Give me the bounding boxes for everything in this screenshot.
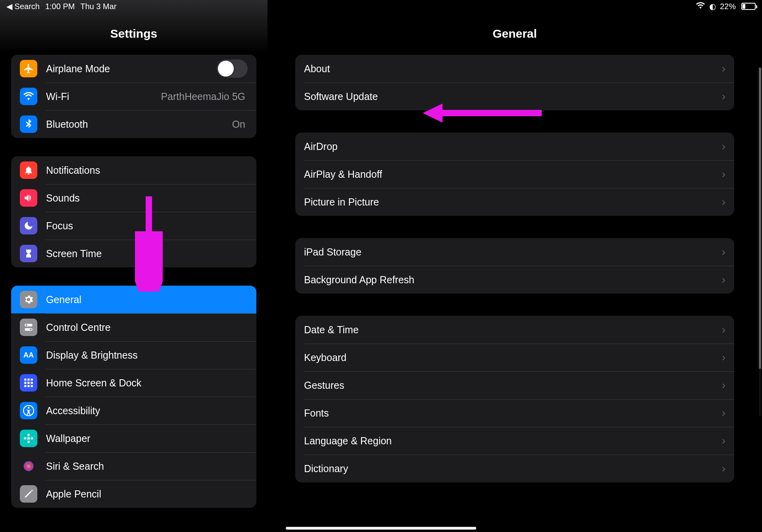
detail-item-background-app-refresh[interactable]: Background App Refresh› (295, 266, 734, 294)
sidebar-item-label: Focus (46, 220, 248, 232)
sidebar-item-value: ParthHeemaJio 5G (161, 91, 245, 102)
svg-rect-4 (24, 378, 26, 380)
sidebar-item-wifi[interactable]: Wi-FiParthHeemaJio 5G (11, 83, 256, 110)
do-not-disturb-icon: ◐ (709, 2, 716, 11)
chevron-left-icon: ◀ (6, 2, 12, 11)
detail-item-date-time[interactable]: Date & Time› (295, 316, 734, 344)
detail-group: AirDrop›AirPlay & Handoff›Picture in Pic… (295, 133, 734, 216)
detail-item-software-update[interactable]: Software Update› (295, 83, 734, 110)
detail-group: About›Software Update› (295, 55, 734, 110)
sidebar-item-siri-search[interactable]: Siri & Search (11, 452, 256, 480)
detail-item-language-region[interactable]: Language & Region› (295, 427, 734, 455)
chevron-right-icon: › (722, 434, 725, 447)
sidebar-item-label: Sounds (46, 192, 248, 204)
detail-group: Date & Time›Keyboard›Gestures›Fonts›Lang… (295, 316, 734, 482)
detail-title: General (267, 16, 762, 55)
sidebar-item-home-screen-dock[interactable]: Home Screen & Dock (11, 369, 256, 397)
svg-point-20 (24, 461, 34, 471)
sidebar-group: Airplane ModeWi-FiParthHeemaJio 5GBlueto… (11, 55, 256, 138)
chevron-right-icon: › (722, 90, 725, 103)
detail-item-label: AirPlay & Handoff (304, 169, 722, 180)
sidebar-item-label: Wi-Fi (46, 91, 161, 102)
sidebar-item-label: Home Screen & Dock (46, 377, 248, 389)
svg-rect-11 (27, 385, 29, 387)
battery-icon (740, 3, 756, 10)
detail-item-label: Dictionary (304, 463, 722, 474)
wifi-status-icon (696, 2, 705, 11)
detail-item-fonts[interactable]: Fonts› (295, 399, 734, 427)
battery-percent: 22% (720, 2, 736, 11)
status-time: 1:00 PM (45, 2, 75, 11)
chevron-right-icon: › (722, 168, 725, 181)
speaker-icon (20, 189, 37, 207)
sidebar-item-label: Bluetooth (46, 119, 232, 130)
sidebar-item-general[interactable]: General (11, 286, 256, 313)
grid-icon (20, 374, 37, 392)
sidebar-item-notifications[interactable]: Notifications (11, 156, 256, 184)
detail-item-airplay-handoff[interactable]: AirPlay & Handoff› (295, 160, 734, 188)
svg-point-14 (28, 407, 30, 409)
status-bar: ◀ Search 1:00 PM Thu 3 Mar ◐ 22% (0, 0, 762, 13)
svg-rect-12 (31, 385, 33, 387)
detail-item-label: Language & Region (304, 435, 722, 447)
detail-item-label: Date & Time (304, 324, 722, 336)
sidebar-item-label: Accessibility (46, 405, 248, 417)
sidebar-title: Settings (0, 16, 267, 55)
scrollbar[interactable] (759, 67, 761, 417)
chevron-right-icon: › (722, 323, 725, 336)
sidebar-item-control-centre[interactable]: Control Centre (11, 313, 256, 341)
sidebar-item-screen-time[interactable]: Screen Time (11, 240, 256, 267)
text-size-icon: AA (20, 346, 37, 364)
sidebar-item-label: Control Centre (46, 322, 248, 333)
svg-rect-5 (27, 378, 29, 380)
chevron-right-icon: › (722, 351, 725, 364)
sidebar-item-airplane-mode[interactable]: Airplane Mode (11, 55, 256, 83)
detail-item-label: Fonts (304, 407, 722, 419)
detail-item-picture-in-picture[interactable]: Picture in Picture› (295, 188, 734, 216)
airplane-mode-toggle[interactable] (217, 60, 248, 78)
svg-point-17 (27, 440, 29, 443)
sidebar-item-wallpaper[interactable]: Wallpaper (11, 424, 256, 452)
detail-group: iPad Storage›Background App Refresh› (295, 238, 734, 294)
svg-point-15 (27, 437, 30, 440)
detail-item-ipad-storage[interactable]: iPad Storage› (295, 238, 734, 266)
sidebar-group: NotificationsSoundsFocusScreen Time (11, 156, 256, 267)
detail-item-keyboard[interactable]: Keyboard› (295, 344, 734, 371)
sidebar-item-label: Notifications (46, 165, 248, 176)
sidebar-item-focus[interactable]: Focus (11, 212, 256, 240)
bluetooth-icon (20, 115, 37, 133)
sidebar-item-label: Screen Time (46, 248, 248, 259)
sidebar-item-apple-pencil[interactable]: Apple Pencil (11, 480, 256, 508)
sidebar-item-label: Display & Brightness (46, 350, 248, 361)
sidebar-item-bluetooth[interactable]: BluetoothOn (11, 110, 256, 138)
detail-item-airdrop[interactable]: AirDrop› (295, 133, 734, 160)
sidebar-item-label: Wallpaper (46, 433, 248, 444)
detail-item-label: Gestures (304, 380, 722, 391)
back-to-app[interactable]: ◀ Search (6, 2, 40, 11)
sidebar-item-label: Apple Pencil (46, 488, 248, 500)
detail-item-label: Keyboard (304, 352, 722, 363)
chevron-right-icon: › (722, 407, 725, 419)
detail-item-dictionary[interactable]: Dictionary› (295, 455, 734, 482)
sidebar-item-label: Siri & Search (46, 461, 248, 472)
chevron-right-icon: › (722, 62, 725, 75)
detail-item-label: iPad Storage (304, 246, 722, 258)
sidebar-item-accessibility[interactable]: Accessibility (11, 397, 256, 424)
svg-point-1 (25, 324, 27, 326)
sidebar-item-sounds[interactable]: Sounds (11, 184, 256, 212)
flower-icon (20, 430, 37, 447)
detail-item-label: Background App Refresh (304, 274, 722, 286)
svg-rect-8 (27, 382, 29, 384)
moon-icon (20, 217, 37, 234)
switches-icon (20, 319, 37, 336)
chevron-right-icon: › (722, 379, 725, 392)
svg-point-3 (30, 328, 31, 330)
sidebar-item-label: General (46, 294, 248, 305)
back-label: Search (15, 2, 40, 11)
detail-item-gestures[interactable]: Gestures› (295, 371, 734, 399)
siri-icon (20, 457, 37, 475)
bell-icon (20, 161, 37, 179)
detail-item-about[interactable]: About› (295, 55, 734, 83)
sidebar-item-label: Airplane Mode (46, 63, 217, 75)
sidebar-item-display-brightness[interactable]: AADisplay & Brightness (11, 341, 256, 369)
